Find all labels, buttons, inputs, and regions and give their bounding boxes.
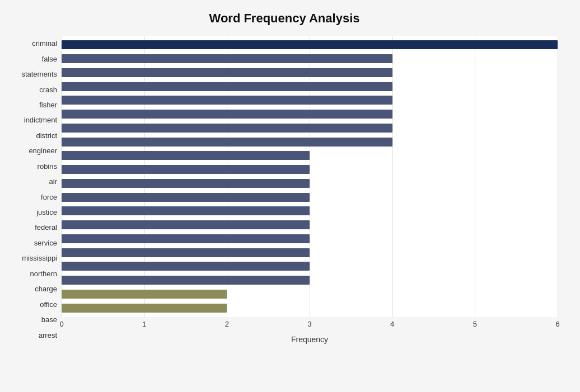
x-tick-label: 4 bbox=[390, 320, 394, 328]
bar-row bbox=[62, 303, 558, 314]
bar bbox=[62, 138, 392, 147]
y-label: engineer bbox=[29, 145, 57, 157]
bar bbox=[62, 290, 227, 299]
bar bbox=[62, 54, 392, 63]
y-label: criminal bbox=[32, 38, 57, 49]
bar bbox=[62, 151, 310, 160]
chart-area: criminalfalsestatementscrashfisherindict… bbox=[11, 36, 558, 344]
y-label: charge bbox=[35, 284, 57, 295]
bar bbox=[62, 110, 392, 119]
y-label: northern bbox=[30, 268, 57, 279]
bar bbox=[62, 234, 310, 243]
bar-row bbox=[62, 178, 558, 189]
bar bbox=[62, 165, 310, 174]
bar bbox=[62, 82, 392, 91]
chart-title: Word Frequency Analysis bbox=[11, 11, 558, 26]
bar bbox=[62, 220, 310, 229]
x-tick-label: 2 bbox=[225, 320, 229, 328]
bar-row bbox=[62, 192, 558, 203]
bar-row bbox=[62, 108, 558, 120]
x-tick-label: 5 bbox=[473, 320, 477, 328]
y-label: robins bbox=[38, 160, 57, 172]
bar-row bbox=[62, 219, 558, 230]
y-label: office bbox=[40, 299, 57, 310]
bar-row bbox=[62, 67, 558, 78]
y-label: force bbox=[41, 191, 57, 202]
y-label: mississippi bbox=[22, 253, 57, 264]
bars-container bbox=[62, 36, 558, 317]
x-tick-label: 3 bbox=[307, 320, 311, 328]
y-label: base bbox=[41, 314, 57, 325]
bar-row bbox=[62, 289, 558, 300]
y-label: indictment bbox=[24, 115, 57, 126]
bar bbox=[62, 248, 310, 257]
y-label: air bbox=[49, 176, 57, 187]
bar-row bbox=[62, 136, 558, 148]
grid-and-bars bbox=[62, 36, 558, 317]
y-label: crash bbox=[39, 84, 57, 95]
bar-row bbox=[62, 275, 558, 286]
plot-area: 0123456 Frequency bbox=[62, 36, 558, 344]
bar-row bbox=[62, 95, 558, 106]
bar bbox=[62, 40, 558, 49]
x-tick-label: 6 bbox=[555, 320, 559, 328]
y-label: statements bbox=[21, 69, 57, 80]
bar-row bbox=[62, 261, 558, 272]
bar-row bbox=[62, 150, 558, 161]
bar bbox=[62, 68, 392, 77]
bar-row bbox=[62, 122, 558, 134]
chart-container: Word Frequency Analysis criminalfalsesta… bbox=[0, 0, 580, 392]
x-axis-title: Frequency bbox=[62, 335, 558, 344]
bar-row bbox=[62, 81, 558, 92]
bar bbox=[62, 179, 310, 188]
bar-row bbox=[62, 247, 558, 258]
bar bbox=[62, 262, 310, 271]
grid-line bbox=[558, 36, 558, 317]
bar-row bbox=[62, 233, 558, 244]
bar bbox=[62, 304, 227, 313]
x-axis-labels: 0123456 bbox=[62, 317, 558, 334]
bar bbox=[62, 124, 392, 133]
y-label: federal bbox=[35, 222, 57, 233]
x-tick-label: 0 bbox=[59, 320, 63, 328]
y-label: justice bbox=[36, 207, 57, 218]
bar-row bbox=[62, 205, 558, 216]
x-tick-label: 1 bbox=[142, 320, 146, 328]
y-axis: criminalfalsestatementscrashfisherindict… bbox=[11, 36, 62, 344]
y-label: false bbox=[42, 53, 57, 64]
bar bbox=[62, 206, 310, 215]
y-label: service bbox=[34, 237, 57, 248]
y-label: fisher bbox=[39, 99, 57, 110]
y-label: arrest bbox=[39, 329, 57, 341]
bar-row bbox=[62, 164, 558, 175]
bar-row bbox=[62, 39, 558, 50]
bar bbox=[62, 193, 310, 202]
bar-row bbox=[62, 53, 558, 64]
y-label: district bbox=[36, 130, 57, 141]
bar bbox=[62, 276, 310, 285]
bar bbox=[62, 96, 392, 105]
